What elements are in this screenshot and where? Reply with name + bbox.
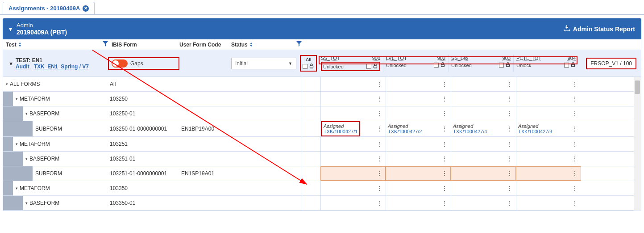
scrollbar-thumb[interactable]	[635, 80, 640, 94]
page-title: 20190409A (PBT)	[17, 29, 67, 36]
assigned-label: AssignedTXK/1000427/1	[321, 121, 360, 136]
chevron-down-icon[interactable]: ▾	[6, 60, 16, 67]
kebab-menu-icon[interactable]: ⋮	[441, 95, 447, 102]
kebab-menu-icon[interactable]: ⋮	[441, 170, 447, 177]
assignment-link[interactable]: TXK/1000427/4	[453, 129, 487, 134]
col-status[interactable]: Status	[231, 42, 248, 48]
score-cell: ⋮	[451, 77, 516, 91]
kebab-menu-icon[interactable]: ⋮	[507, 170, 512, 177]
chevron-down-icon[interactable]: ▾	[16, 142, 18, 146]
assignment-link[interactable]: TXK/1000427/2	[388, 129, 422, 134]
data-grid: ▾ALL FORMSAll⋮⋮⋮⋮▾METAFORM103250⋮⋮⋮⋮▾BAS…	[3, 77, 641, 211]
score-checkbox[interactable]	[366, 64, 371, 69]
gaps-toggle[interactable]	[112, 59, 128, 68]
row-label[interactable]: ▾ALL FORMS	[3, 77, 43, 91]
kebab-menu-icon[interactable]: ⋮	[441, 155, 447, 162]
sort-icon[interactable]: ▲▼	[249, 42, 253, 47]
admin-banner: ▾ Admin 20190409A (PBT) Admin Status Rep…	[3, 18, 641, 39]
kebab-menu-icon[interactable]: ⋮	[507, 80, 512, 88]
kebab-menu-icon[interactable]: ⋮	[572, 110, 578, 117]
kebab-menu-icon[interactable]: ⋮	[441, 199, 447, 207]
kebab-menu-icon[interactable]: ⋮	[441, 110, 447, 117]
row-label[interactable]: ▾BASEFORM	[23, 106, 62, 121]
kebab-menu-icon[interactable]: ⋮	[572, 95, 578, 102]
all-cell	[302, 181, 320, 195]
kebab-menu-icon[interactable]: ⋮	[572, 140, 578, 148]
score-cell: ⋮	[516, 196, 581, 210]
chevron-down-icon[interactable]: ▾	[25, 157, 28, 161]
col-ufc[interactable]: User Form Code	[179, 42, 221, 48]
ufc-value	[179, 152, 231, 166]
col-ibis[interactable]: IBIS Form	[112, 42, 137, 48]
row-label[interactable]: ▾BASEFORM	[23, 196, 62, 210]
kebab-menu-icon[interactable]: ⋮	[572, 80, 578, 88]
kebab-menu-icon[interactable]: ⋮	[507, 110, 512, 117]
assignment-link[interactable]: TXK/1000427/1	[324, 129, 357, 134]
status-select-value: Initial	[235, 60, 248, 67]
svg-rect-4	[572, 64, 575, 67]
row-label[interactable]: ▾BASEFORM	[23, 152, 62, 166]
kebab-menu-icon[interactable]: ⋮	[376, 199, 382, 207]
chevron-down-icon[interactable]: ▾	[6, 82, 8, 86]
all-checkbox[interactable]	[303, 64, 307, 69]
kebab-menu-icon[interactable]: ⋮	[441, 80, 447, 88]
row-label[interactable]: SUBFORM	[33, 121, 65, 136]
kebab-menu-icon[interactable]: ⋮	[572, 155, 578, 162]
chevron-down-icon[interactable]: ▾	[25, 201, 28, 205]
form-link[interactable]: TXK_EN1_Spring / V7	[34, 64, 89, 70]
unlock-icon[interactable]	[309, 63, 314, 70]
chevron-down-icon[interactable]: ▾	[16, 97, 18, 101]
chevron-down-icon[interactable]: ▾	[9, 25, 12, 33]
filter-icon[interactable]	[103, 41, 108, 48]
kebab-menu-icon[interactable]: ⋮	[507, 199, 512, 207]
row-label[interactable]: ▾METAFORM	[13, 137, 53, 151]
kebab-menu-icon[interactable]: ⋮	[441, 185, 447, 192]
row-label[interactable]: SUBFORM	[33, 166, 65, 181]
row-label[interactable]: ▾METAFORM	[13, 92, 53, 106]
scrollbar[interactable]	[634, 77, 641, 211]
status-select[interactable]: Initial	[231, 58, 296, 69]
chevron-down-icon[interactable]: ▾	[25, 111, 28, 116]
kebab-menu-icon[interactable]: ⋮	[572, 125, 578, 132]
ufc-value	[179, 137, 231, 151]
kebab-menu-icon[interactable]: ⋮	[507, 95, 512, 102]
kebab-menu-icon[interactable]: ⋮	[507, 155, 512, 162]
kebab-menu-icon[interactable]: ⋮	[572, 199, 578, 207]
score-cell: ⋮	[516, 137, 581, 151]
chevron-down-icon[interactable]: ▾	[16, 186, 18, 191]
sort-icon[interactable]: ▲▼	[18, 42, 22, 47]
kebab-menu-icon[interactable]: ⋮	[507, 125, 512, 132]
score-cell: AssignedTXK/1000427/4⋮	[451, 121, 516, 136]
kebab-menu-icon[interactable]: ⋮	[376, 185, 382, 192]
assigned-label: AssignedTXK/1000427/3	[516, 122, 554, 136]
assignment-link[interactable]: TXK/1000427/3	[518, 129, 552, 134]
admin-status-report-link[interactable]: Admin Status Report	[563, 25, 635, 33]
score-cell: ⋮	[320, 92, 386, 106]
kebab-menu-icon[interactable]: ⋮	[376, 80, 382, 88]
kebab-menu-icon[interactable]: ⋮	[376, 125, 382, 132]
all-cell	[302, 121, 320, 136]
all-cell	[302, 196, 320, 210]
kebab-menu-icon[interactable]: ⋮	[507, 185, 512, 192]
score-cell: ⋮	[451, 106, 516, 121]
close-icon[interactable]: ✕	[83, 5, 89, 12]
kebab-menu-icon[interactable]: ⋮	[441, 125, 447, 132]
score-cell: AssignedTXK/1000427/1⋮	[320, 121, 386, 136]
table-row: SUBFORM103251-01-0000000001EN1SP19A01⋮⋮⋮…	[3, 166, 641, 181]
kebab-menu-icon[interactable]: ⋮	[376, 110, 382, 117]
kebab-menu-icon[interactable]: ⋮	[376, 95, 382, 102]
row-label[interactable]: ▾METAFORM	[13, 181, 53, 195]
audit-link[interactable]: Audit	[16, 64, 29, 70]
kebab-menu-icon[interactable]: ⋮	[572, 170, 578, 177]
kebab-menu-icon[interactable]: ⋮	[507, 140, 512, 148]
all-cell	[302, 92, 320, 106]
col-test[interactable]: Test	[6, 42, 17, 48]
kebab-menu-icon[interactable]: ⋮	[441, 140, 447, 148]
kebab-menu-icon[interactable]: ⋮	[572, 185, 578, 192]
filter-icon[interactable]	[296, 41, 302, 48]
kebab-menu-icon[interactable]: ⋮	[376, 155, 382, 162]
kebab-menu-icon[interactable]: ⋮	[376, 140, 382, 148]
kebab-menu-icon[interactable]: ⋮	[376, 170, 382, 177]
tab-assignments[interactable]: Assignments - 20190409A ✕	[3, 2, 95, 14]
frsop-overlay: FRSOP_V1 / 100	[586, 58, 636, 69]
